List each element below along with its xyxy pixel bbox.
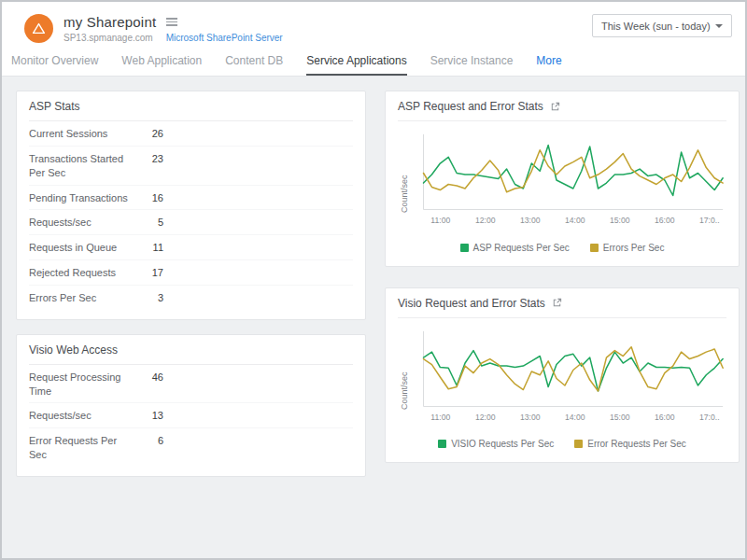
svg-text:15:00: 15:00 <box>610 412 630 421</box>
legend-item: ASP Requests Per Sec <box>460 243 570 253</box>
stat-label: Pending Transactions <box>29 191 137 205</box>
stat-value: 23 <box>137 152 163 180</box>
tab-item[interactable]: Service Instance <box>430 49 514 76</box>
stat-label: Requests in Queue <box>29 241 137 255</box>
time-range-dropdown[interactable]: This Week (sun - today) <box>592 14 732 37</box>
monitor-host: SP13.spmanage.com <box>63 33 153 43</box>
stat-row: Transactions Started Per Sec 23 <box>29 146 353 185</box>
panel-title: Visio Web Access <box>29 343 118 357</box>
server-type-link[interactable]: Microsoft SharePoint Server <box>166 33 283 43</box>
legend-item: Error Requests Per Sec <box>574 439 686 449</box>
legend-label: VISIO Requests Per Sec <box>451 439 554 449</box>
stat-row: Requests in Queue 11 <box>29 234 353 259</box>
tab-label: Service Instance <box>430 54 514 67</box>
svg-text:14:00: 14:00 <box>565 412 585 421</box>
svg-text:17:0..: 17:0.. <box>699 412 720 421</box>
stat-value: 5 <box>137 216 163 230</box>
hamburger-menu-icon[interactable] <box>164 16 179 28</box>
title-block: my Sharepoint SP13.spmanage.com Microsof… <box>63 14 283 43</box>
stat-row: Request Processing Time 46 <box>29 365 353 403</box>
asp-chart-legend: ASP Requests Per SecErrors Per Sec <box>398 243 726 253</box>
panel-title: Visio Request and Error Stats <box>398 297 545 310</box>
svg-text:17:0..: 17:0.. <box>699 216 720 225</box>
panel-title: ASP Stats <box>29 100 79 113</box>
visio-line-chart: 11:0012:0013:0014:0015:0016:0017:0.. <box>413 328 726 428</box>
tab-label: Service Applications <box>306 54 406 67</box>
stat-row: Rejected Requests 17 <box>29 259 353 285</box>
svg-text:11:00: 11:00 <box>430 216 450 225</box>
stat-label: Request Processing Time <box>29 371 137 399</box>
tab-item[interactable]: Web Application <box>121 49 202 76</box>
legend-item: Errors Per Sec <box>590 243 665 253</box>
svg-text:16:00: 16:00 <box>655 216 675 225</box>
y-axis-label: Count/sec <box>400 175 409 213</box>
svg-text:16:00: 16:00 <box>655 412 675 421</box>
svg-text:13:00: 13:00 <box>520 216 541 225</box>
stat-row: Current Sessions 26 <box>29 121 353 146</box>
dashboard-window: { "header": { "title": "my Sharepoint", … <box>0 0 747 560</box>
svg-text:15:00: 15:00 <box>610 216 630 225</box>
legend-swatch <box>574 440 583 448</box>
legend-label: Errors Per Sec <box>603 243 665 253</box>
stat-value: 11 <box>137 241 163 255</box>
left-column: ASP Stats Current Sessions 26 Transactio… <box>16 91 366 477</box>
tab-item[interactable]: Monitor Overview <box>11 49 98 76</box>
stat-row: Pending Transactions 16 <box>29 185 353 210</box>
page-title: my Sharepoint <box>63 14 156 30</box>
asp-chart-panel: ASP Request and Error Stats Count/sec 11… <box>385 91 740 267</box>
legend-swatch <box>438 440 446 448</box>
stat-row: Error Requests Per Sec 6 <box>29 427 353 467</box>
tab-label: Monitor Overview <box>11 54 98 67</box>
stat-label: Errors Per Sec <box>29 291 137 305</box>
stat-value: 26 <box>137 127 163 141</box>
time-range-value: This Week (sun - today) <box>601 21 711 32</box>
legend-label: Error Requests Per Sec <box>587 439 686 449</box>
stat-value: 6 <box>137 434 163 462</box>
stat-label: Rejected Requests <box>29 266 137 280</box>
y-axis-label: Count/sec <box>400 371 409 410</box>
asp-stats-panel: ASP Stats Current Sessions 26 Transactio… <box>16 91 366 320</box>
stat-value: 17 <box>137 266 163 280</box>
stat-row: Requests/sec 5 <box>29 209 353 234</box>
stat-label: Error Requests Per Sec <box>29 434 137 462</box>
tab-bar: Monitor Overview Web Application Content… <box>2 47 745 77</box>
tab-item[interactable]: Service Applications <box>306 49 406 76</box>
visio-chart-panel: Visio Request and Error Stats Count/sec … <box>385 287 740 464</box>
stat-value: 13 <box>137 409 163 423</box>
right-column: ASP Request and Error Stats Count/sec 11… <box>385 91 740 463</box>
svg-text:12:00: 12:00 <box>475 412 496 421</box>
panel-title: ASP Request and Error Stats <box>398 100 543 113</box>
stat-row: Requests/sec 13 <box>29 402 353 427</box>
stat-row: Errors Per Sec 3 <box>29 285 353 310</box>
asp-line-chart: 11:0012:0013:0014:0015:0016:0017:0.. <box>413 131 726 231</box>
legend-label: ASP Requests Per Sec <box>473 243 570 253</box>
stat-value: 46 <box>137 371 163 399</box>
tab-item[interactable]: More <box>536 49 561 76</box>
tab-item[interactable]: Content DB <box>225 49 283 76</box>
tab-label: Web Application <box>121 54 202 67</box>
legend-swatch <box>460 244 469 252</box>
stat-value: 3 <box>137 291 163 305</box>
chevron-down-icon <box>715 24 723 28</box>
warning-triangle-icon <box>32 22 46 35</box>
legend-item: VISIO Requests Per Sec <box>438 439 554 449</box>
legend-swatch <box>590 244 599 252</box>
visio-stats-panel: Visio Web Access Request Processing Time… <box>16 334 366 477</box>
stat-value: 16 <box>137 191 163 205</box>
stat-label: Requests/sec <box>29 216 137 230</box>
tab-label: More <box>536 54 561 67</box>
svg-text:14:00: 14:00 <box>565 216 585 225</box>
asp-stats-rows: Current Sessions 26 Transactions Started… <box>29 121 353 310</box>
visio-chart-area: Count/sec 11:0012:0013:0014:0015:0016:00… <box>398 318 726 428</box>
open-in-new-window-icon[interactable] <box>550 102 560 112</box>
visio-chart-legend: VISIO Requests Per SecError Requests Per… <box>398 439 726 449</box>
visio-stats-rows: Request Processing Time 46 Requests/sec … <box>29 365 353 467</box>
svg-text:11:00: 11:00 <box>430 412 450 421</box>
stat-label: Current Sessions <box>29 127 137 141</box>
stat-label: Transactions Started Per Sec <box>29 152 137 180</box>
svg-text:12:00: 12:00 <box>475 216 496 225</box>
monitor-status-icon <box>24 14 53 43</box>
asp-chart-area: Count/sec 11:0012:0013:0014:0015:0016:00… <box>398 121 726 231</box>
open-in-new-window-icon[interactable] <box>552 298 562 308</box>
main-content: ASP Stats Current Sessions 26 Transactio… <box>2 77 745 560</box>
